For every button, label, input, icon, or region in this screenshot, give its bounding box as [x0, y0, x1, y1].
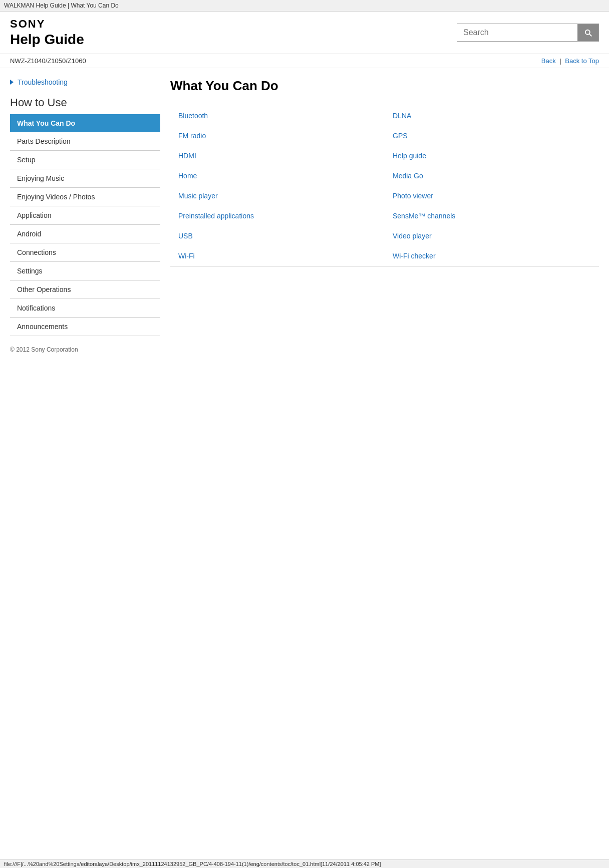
- link-gps[interactable]: GPS: [385, 126, 599, 146]
- copyright-text: © 2012 Sony Corporation: [10, 346, 160, 353]
- header: SONY Help Guide: [0, 12, 609, 54]
- links-grid: Bluetooth DLNA FM radio GPS HDMI Help gu…: [170, 106, 599, 266]
- main-container: Troubleshooting How to Use What You Can …: [0, 68, 609, 363]
- link-sensme-channels[interactable]: SensMe™ channels: [385, 206, 599, 226]
- browser-tab: WALKMAN Help Guide | What You Can Do: [0, 0, 609, 12]
- link-hdmi[interactable]: HDMI: [170, 146, 385, 166]
- sidebar-item-announcements[interactable]: Announcements: [10, 318, 160, 336]
- sidebar-item-settings[interactable]: Settings: [10, 262, 160, 280]
- help-guide-title: Help Guide: [10, 32, 84, 48]
- troubleshooting-link[interactable]: Troubleshooting: [10, 78, 160, 86]
- link-photo-viewer[interactable]: Photo viewer: [385, 186, 599, 206]
- chevron-right-icon: [10, 80, 14, 85]
- nav-links: Back | Back to Top: [541, 57, 599, 65]
- link-fm-radio[interactable]: FM radio: [170, 126, 385, 146]
- search-area: [457, 24, 599, 42]
- link-wifi-checker[interactable]: Wi-Fi checker: [385, 246, 599, 266]
- model-text: NWZ-Z1040/Z1050/Z1060: [10, 57, 86, 65]
- link-wifi[interactable]: Wi-Fi: [170, 246, 385, 266]
- sidebar-item-other-operations[interactable]: Other Operations: [10, 280, 160, 299]
- search-button[interactable]: [577, 24, 598, 41]
- sidebar-item-connections[interactable]: Connections: [10, 243, 160, 262]
- content-area: What You Can Do Bluetooth DLNA FM radio …: [170, 78, 599, 353]
- sidebar-item-application[interactable]: Application: [10, 206, 160, 225]
- link-home[interactable]: Home: [170, 166, 385, 186]
- nav-separator: |: [559, 57, 561, 65]
- back-link[interactable]: Back: [541, 57, 556, 65]
- sidebar-nav: What You Can Do Parts Description Setup …: [10, 114, 160, 336]
- link-media-go[interactable]: Media Go: [385, 166, 599, 186]
- how-to-use-label: How to Use: [10, 96, 160, 109]
- link-bluetooth[interactable]: Bluetooth: [170, 106, 385, 126]
- back-to-top-link[interactable]: Back to Top: [565, 57, 599, 65]
- sidebar-item-enjoying-videos-photos[interactable]: Enjoying Videos / Photos: [10, 188, 160, 206]
- sidebar-item-parts-description[interactable]: Parts Description: [10, 132, 160, 151]
- search-input[interactable]: [457, 24, 577, 41]
- link-usb[interactable]: USB: [170, 226, 385, 246]
- sidebar-item-setup[interactable]: Setup: [10, 151, 160, 169]
- nav-bar: NWZ-Z1040/Z1050/Z1060 Back | Back to Top: [0, 54, 609, 68]
- search-icon: [583, 28, 592, 37]
- link-help-guide[interactable]: Help guide: [385, 146, 599, 166]
- sidebar-item-notifications[interactable]: Notifications: [10, 299, 160, 318]
- sidebar-item-what-you-can-do[interactable]: What You Can Do: [10, 114, 160, 132]
- troubleshooting-label: Troubleshooting: [18, 78, 68, 86]
- sidebar: Troubleshooting How to Use What You Can …: [10, 78, 160, 353]
- sidebar-item-enjoying-music[interactable]: Enjoying Music: [10, 169, 160, 188]
- link-dlna[interactable]: DLNA: [385, 106, 599, 126]
- link-music-player[interactable]: Music player: [170, 186, 385, 206]
- link-video-player[interactable]: Video player: [385, 226, 599, 246]
- sidebar-item-android[interactable]: Android: [10, 225, 160, 243]
- header-branding: SONY Help Guide: [10, 18, 84, 48]
- sony-logo: SONY: [10, 18, 84, 31]
- page-title: What You Can Do: [170, 78, 599, 94]
- link-preinstalled-apps[interactable]: Preinstalled applications: [170, 206, 385, 226]
